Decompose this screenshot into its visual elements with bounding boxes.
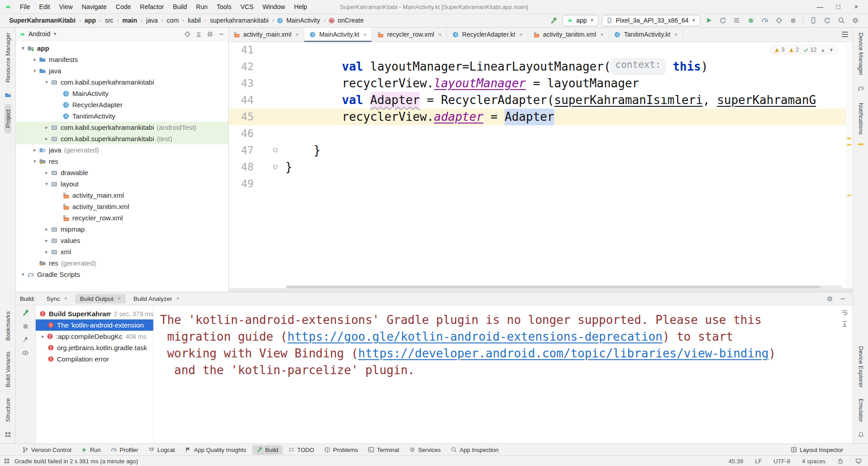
- tree-row-package-androidtest[interactable]: ▸com.kabil.superkahramankitabi(androidTe…: [15, 122, 228, 133]
- caret-position[interactable]: 45:39: [728, 458, 743, 465]
- chevron-expanded-icon[interactable]: ▾: [42, 181, 51, 187]
- chevron-expanded-icon[interactable]: ▾: [42, 79, 51, 85]
- tree-row-res-generated[interactable]: res(generated): [15, 257, 228, 269]
- tree-row-recycler-row-xml[interactable]: recycler_row.xml: [15, 212, 228, 223]
- toolwindow-resource-manager[interactable]: Resource Manager: [5, 27, 11, 88]
- build-tree-row-gradle-task[interactable]: org.jetbrains.kotlin.gradle.task: [36, 342, 153, 353]
- toolwindow-device-explorer[interactable]: Device Explorer: [858, 341, 864, 393]
- menu-window[interactable]: Window: [258, 1, 290, 12]
- sync-gradle-icon[interactable]: [822, 15, 833, 26]
- encoding-indicator[interactable]: UTF-8: [774, 458, 790, 465]
- toolwindow-device-manager[interactable]: Device Manager: [858, 27, 864, 81]
- stop-button[interactable]: [788, 15, 798, 26]
- menu-run[interactable]: Run: [192, 1, 212, 12]
- tree-row-package[interactable]: ▾com.kabil.superkahramankitabi: [15, 76, 228, 88]
- breadcrumb-src[interactable]: src: [104, 16, 114, 25]
- chevron-collapsed-icon[interactable]: ▸: [42, 238, 51, 243]
- menu-edit[interactable]: Edit: [35, 1, 55, 12]
- search-everywhere-icon[interactable]: [836, 15, 847, 26]
- toolwindow-notifications[interactable]: Notifications: [858, 97, 864, 140]
- toolwindow-logcat[interactable]: Logcat: [144, 445, 179, 455]
- close-tab-icon[interactable]: ×: [438, 31, 442, 38]
- tree-row-app[interactable]: ▾app: [15, 43, 228, 54]
- chevron-collapsed-icon[interactable]: ▸: [39, 333, 47, 339]
- menu-view[interactable]: View: [55, 1, 77, 12]
- collapse-all-icon[interactable]: [195, 31, 202, 38]
- toolwindow-terminal[interactable]: Terminal: [364, 445, 403, 455]
- tree-row-activity-tanitim-xml[interactable]: activity_tanitim.xml: [15, 201, 228, 212]
- hide-panel-icon[interactable]: [840, 295, 846, 302]
- chevron-collapsed-icon[interactable]: ▸: [42, 226, 51, 232]
- rerun-build-hammer-icon[interactable]: [22, 309, 29, 317]
- breadcrumb-package[interactable]: superkahramankitabi: [209, 16, 269, 25]
- tab-recycler-row-xml[interactable]: recycler_row.xml×: [372, 27, 447, 42]
- tree-row-xml[interactable]: ▸xml: [15, 246, 228, 257]
- tab-tanitimactivity-kt[interactable]: TanitimActivity.kt×: [609, 27, 683, 42]
- breadcrumb-main[interactable]: main: [122, 16, 138, 25]
- settings-gear-icon[interactable]: [850, 15, 861, 26]
- tree-row-gradle-scripts[interactable]: ▾Gradle Scripts: [15, 269, 228, 280]
- apply-changes-icon[interactable]: [731, 15, 742, 26]
- toolwindow-project[interactable]: Project: [5, 104, 11, 133]
- project-view-select[interactable]: Android: [28, 30, 50, 38]
- panel-settings-gear-icon[interactable]: [826, 295, 833, 302]
- tab-activity-main-xml[interactable]: activity_main.xml×: [228, 27, 304, 42]
- tree-row-mainactivity[interactable]: MainActivity: [15, 88, 228, 99]
- panel-settings-gear-icon[interactable]: [207, 31, 213, 38]
- line-ending-indicator[interactable]: LF: [755, 458, 762, 465]
- tree-row-java-generated[interactable]: ▸java(generated): [15, 144, 228, 156]
- inspection-widget[interactable]: 3 2 12 ▲ ▼: [769, 45, 838, 54]
- profiler-icon[interactable]: [760, 15, 770, 26]
- fold-marker-icon[interactable]: [272, 164, 279, 171]
- hyperlink[interactable]: https://developer.android.com/topic/libr…: [358, 347, 769, 360]
- breadcrumb-app[interactable]: app: [84, 16, 97, 25]
- close-tab-icon[interactable]: ×: [64, 295, 67, 302]
- toolwindow-app-quality-insights[interactable]: App Quality Insights: [181, 445, 250, 455]
- scroll-to-end-icon[interactable]: [841, 320, 848, 327]
- tree-row-activity-main-xml[interactable]: activity_main.xml: [15, 190, 228, 201]
- menu-file[interactable]: File: [15, 1, 35, 12]
- menu-help[interactable]: Help: [290, 1, 312, 12]
- toolwindow-version-control[interactable]: Version Control: [18, 445, 75, 455]
- menu-refactor[interactable]: Refactor: [136, 1, 169, 12]
- next-problem-icon[interactable]: ▼: [829, 48, 834, 52]
- tree-row-res[interactable]: ▾res: [15, 156, 228, 167]
- chevron-expanded-icon[interactable]: ▾: [31, 158, 39, 164]
- build-tree-row-compile[interactable]: ▸:app:compileDebugKc408 ms: [36, 331, 153, 342]
- menu-build[interactable]: Build: [168, 1, 191, 12]
- toolwindow-services[interactable]: Services: [405, 445, 445, 455]
- breadcrumb-com[interactable]: com: [166, 16, 179, 25]
- status-message[interactable]: Gradle build failed in 2 s 381 ms (a min…: [14, 458, 138, 465]
- chevron-collapsed-icon[interactable]: ▸: [42, 170, 51, 176]
- menu-tools[interactable]: Tools: [212, 1, 236, 12]
- device-manager-icon[interactable]: [808, 15, 819, 26]
- tool-windows-toggle-icon[interactable]: [5, 431, 11, 440]
- minimize-button[interactable]: —: [811, 0, 829, 13]
- tab-build-analyzer[interactable]: Build Analyzer×: [128, 294, 184, 304]
- soft-wrap-icon[interactable]: [841, 309, 848, 316]
- toolwindow-problems[interactable]: Problems: [320, 445, 362, 455]
- hide-panel-icon[interactable]: [218, 31, 225, 38]
- tab-build-output[interactable]: Build Output×: [75, 294, 126, 304]
- tree-row-mipmap[interactable]: ▸mipmap: [15, 223, 228, 235]
- run-button[interactable]: [703, 15, 714, 26]
- close-button[interactable]: ×: [847, 0, 865, 13]
- notifications-monitor-icon[interactable]: [855, 458, 862, 464]
- close-tab-icon[interactable]: ×: [363, 31, 367, 38]
- build-tree-root[interactable]: Build SuperKahraman2 sec, 379 ms: [36, 308, 153, 319]
- tree-row-drawable[interactable]: ▸drawable: [15, 167, 228, 178]
- warning-stripe-mark[interactable]: [847, 195, 851, 196]
- gradle-icon[interactable]: [857, 85, 864, 94]
- toolwindow-profiler[interactable]: Profiler: [107, 445, 142, 455]
- toolwindow-structure[interactable]: Structure: [5, 393, 11, 428]
- breadcrumb-mainactivity[interactable]: MainActivity: [285, 16, 321, 25]
- chevron-expanded-icon[interactable]: ▾: [19, 271, 27, 277]
- device-select[interactable]: Pixel_3a_API_33_x86_64 ▼: [602, 15, 700, 26]
- menu-code[interactable]: Code: [111, 1, 135, 12]
- fold-marker-icon[interactable]: [272, 147, 279, 154]
- rerun-icon[interactable]: [717, 15, 728, 26]
- tree-row-recycleradapter[interactable]: RecyclerAdapter: [15, 99, 228, 110]
- breadcrumb-java[interactable]: java: [145, 16, 159, 25]
- build-tree-row-selected[interactable]: The 'kotlin-android-extension: [36, 319, 153, 331]
- inspection-eye-icon[interactable]: [22, 349, 29, 357]
